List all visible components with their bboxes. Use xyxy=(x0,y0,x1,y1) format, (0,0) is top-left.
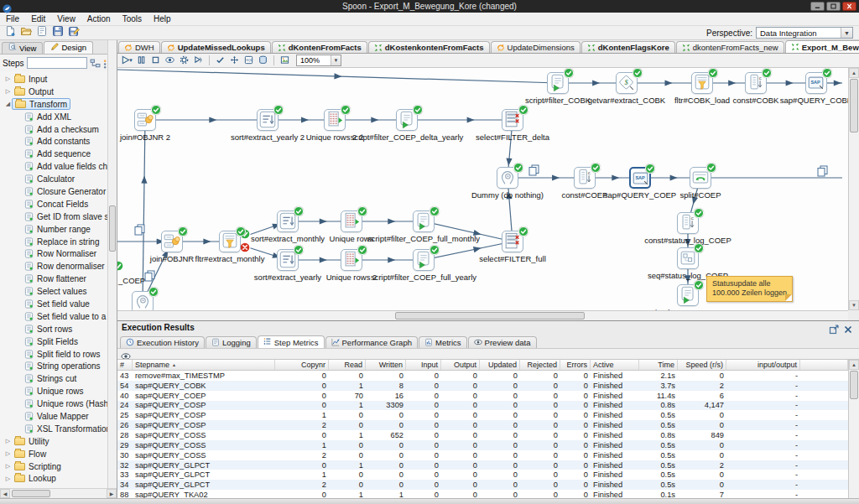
column-header-active[interactable]: Active xyxy=(591,360,639,370)
tree-step-closure-generator[interactable]: Closure Generator xyxy=(0,185,117,198)
menu-view[interactable]: View xyxy=(51,14,81,23)
tree-step-add-sequence[interactable]: Add sequence xyxy=(0,148,117,160)
doc-tab-dkontenflagskore[interactable]: dKontenFlagsKore xyxy=(581,41,675,53)
sidebar-tab-design[interactable]: Design xyxy=(44,41,93,54)
tree-step-split-field-to-rows[interactable]: Split field to rows xyxy=(0,348,117,361)
sidebar-horizontal-scrollbar[interactable]: ◀ ▶ xyxy=(0,488,117,498)
stop-button[interactable] xyxy=(149,55,162,66)
tree-step-calculator[interactable]: Calculator xyxy=(0,173,117,185)
canvas-horizontal-scrollbar[interactable] xyxy=(117,310,848,320)
column-header-rejected[interactable]: Rejected xyxy=(520,360,560,370)
menu-edit[interactable]: Edit xyxy=(25,14,51,23)
step-node-const-coep[interactable]: c xyxy=(574,167,596,189)
tree-step-add-xml[interactable]: Add XML xyxy=(0,111,117,123)
step-node-sort-extract-yearly-2[interactable] xyxy=(257,109,279,131)
pause-button[interactable] xyxy=(135,55,148,66)
step-node-getvar-extract-cobk[interactable]: $ xyxy=(616,72,638,94)
view-categories-icon[interactable] xyxy=(90,58,101,69)
doc-tab-export-m-bewegung-kore[interactable]: Export_M_Bewegung_Kore✕ xyxy=(785,40,859,53)
maximize-panel-icon[interactable] xyxy=(829,323,839,333)
doc-tab-dkontenfromfacts[interactable]: dKontenFromFacts xyxy=(272,41,367,53)
tree-step-add-constants[interactable]: Add constants xyxy=(0,135,117,148)
menu-action[interactable]: Action xyxy=(81,14,117,23)
scrollbar-thumb[interactable] xyxy=(850,371,858,399)
step-node-sort-extract-yearly[interactable] xyxy=(277,249,299,271)
tree-folder-input[interactable]: ▷Input xyxy=(0,73,117,86)
sql-button[interactable]: SQL xyxy=(242,55,255,66)
replay-button[interactable] xyxy=(192,55,205,66)
steps-search-input[interactable] xyxy=(27,57,87,69)
tree-step-row-normaliser[interactable]: Row Normaliser xyxy=(0,247,117,260)
preview-button[interactable] xyxy=(164,55,176,66)
tree-folder-scripting[interactable]: ▷Scripting xyxy=(0,460,117,473)
tree-folder-lookup[interactable]: ▷Lookup xyxy=(0,473,117,486)
step-node-script-log-status-coep[interactable] xyxy=(677,284,699,306)
explore-repository-button[interactable] xyxy=(34,27,49,39)
column-header-stepname[interactable]: Stepname▲ xyxy=(133,360,275,370)
tree-step-concat-fields[interactable]: Concat Fields xyxy=(0,198,117,210)
column-header-read[interactable]: Read xyxy=(329,360,366,370)
table-row[interactable]: 26sap#QUERY_COSP20000000Finished0.5s0- xyxy=(117,420,848,430)
column-header-input[interactable]: Input xyxy=(406,360,441,370)
expand-arrow-icon[interactable]: ▷ xyxy=(4,75,12,82)
tree-folder-utility[interactable]: ▷Utility xyxy=(0,435,117,448)
step-node-const-cobk[interactable]: c xyxy=(745,72,767,94)
column-header-input-output[interactable]: input/output xyxy=(726,360,800,370)
table-row[interactable]: 54sap#QUERY_COBK01800000Finished3.7s2- xyxy=(117,381,848,391)
transformation-canvas[interactable]: script#filter_COBK$getvar#extract_COBKfl… xyxy=(117,68,848,310)
impact-button[interactable] xyxy=(228,55,241,66)
scroll-up-arrow[interactable]: ▲ xyxy=(849,360,859,370)
table-row[interactable]: 34sap#QUERY_GLPCT20000000Finished0.5s0- xyxy=(117,480,848,490)
perspective-select[interactable]: Data Integration▼ xyxy=(756,27,853,39)
step-node-select-filter-full[interactable] xyxy=(502,231,523,252)
step-node-script-filter-coep-full-yearly[interactable] xyxy=(413,249,435,271)
tree-step-select-values[interactable]: Select values xyxy=(0,285,117,298)
results-tab-logging[interactable]: Logging xyxy=(206,336,257,348)
tree-folder-output[interactable]: ▷Output xyxy=(0,86,117,98)
new-file-button[interactable] xyxy=(3,27,17,39)
column-header-item[interactable]: # xyxy=(117,360,133,370)
close-panel-icon[interactable] xyxy=(843,323,853,333)
menu-help[interactable]: Help xyxy=(148,14,177,23)
step-node-sap-query-cobk[interactable]: SAP xyxy=(805,72,827,94)
table-row[interactable]: 30sap#QUERY_COSS20000000Finished0.5s0- xyxy=(117,450,848,460)
save-as-button[interactable] xyxy=(66,27,81,39)
column-header-speed-r-s[interactable]: Speed (r/s) xyxy=(678,360,726,370)
table-row[interactable]: 24sap#QUERY_COSP01330900000Finished0.8s4… xyxy=(117,401,848,411)
step-node-unique-rows[interactable] xyxy=(341,210,362,232)
scroll-up-arrow[interactable]: ▲ xyxy=(849,68,859,78)
table-row[interactable]: 43remove#max_TIMESTMP00000000Finished2.1… xyxy=(117,371,848,381)
step-node-seq-status-log-coep[interactable] xyxy=(677,247,699,269)
table-row[interactable]: 25sap#QUERY_COSP10000000Finished0.5s0- xyxy=(117,410,848,420)
results-tab-preview-data[interactable]: Preview data xyxy=(468,336,537,348)
table-row[interactable]: 28sap#QUERY_COSS0165200000Finished0.8s84… xyxy=(117,430,848,440)
step-node-sort-extract-monthly[interactable] xyxy=(277,210,299,232)
doc-tab-updatemissedlookups[interactable]: UpdateMissedLookups xyxy=(161,41,271,53)
expand-arrow-icon[interactable]: ▷ xyxy=(4,463,12,470)
step-node-sap-query-coep[interactable]: SAP xyxy=(629,167,651,189)
tree-step-value-mapper[interactable]: Value Mapper xyxy=(0,410,117,423)
step-node-unique-rows-2[interactable] xyxy=(341,249,362,271)
tree-step-row-denormaliser[interactable]: Row denormaliser xyxy=(0,260,117,273)
results-tab-execution-history[interactable]: Execution History xyxy=(120,336,205,348)
table-row[interactable]: 40sap#QUERY_COEP0701600000Finished11.4s6… xyxy=(117,391,848,401)
minimize-button[interactable] xyxy=(810,2,825,11)
column-header-written[interactable]: Written xyxy=(366,360,406,370)
step-node-fltr-cobk-load[interactable] xyxy=(691,72,713,94)
step-node-fltr-extract-monthly[interactable] xyxy=(219,231,241,252)
table-row[interactable]: 29sap#QUERY_COSS10000000Finished0.5s0- xyxy=(117,440,848,450)
scrollbar-thumb[interactable] xyxy=(109,205,116,252)
tree-folder-flow[interactable]: ▷Flow xyxy=(0,448,117,460)
results-tab-metrics[interactable]: Metrics xyxy=(419,336,467,348)
doc-tab-updatedimensions[interactable]: UpdateDimensions xyxy=(491,41,580,53)
doc-tab-dkontenfromfacts-new[interactable]: dkontenFromFacts_new xyxy=(676,41,784,53)
sidebar-tab-view[interactable]: View xyxy=(2,42,43,54)
column-header-errors[interactable]: Errors xyxy=(560,360,591,370)
step-node-n-dummy2[interactable] xyxy=(132,291,154,310)
note-annotation[interactable]: Statusupdate alle 100.000 Zeilen loggen xyxy=(706,276,793,302)
close-button[interactable] xyxy=(842,2,856,11)
tree-step-xsl-transformation[interactable]: XSL Transformation xyxy=(0,423,117,435)
step-node-unique-rows-2-2[interactable] xyxy=(324,109,346,131)
tree-step-add-value-fields-chan[interactable]: Add value fields chan xyxy=(0,160,117,173)
check-transformation-button[interactable] xyxy=(214,55,226,66)
